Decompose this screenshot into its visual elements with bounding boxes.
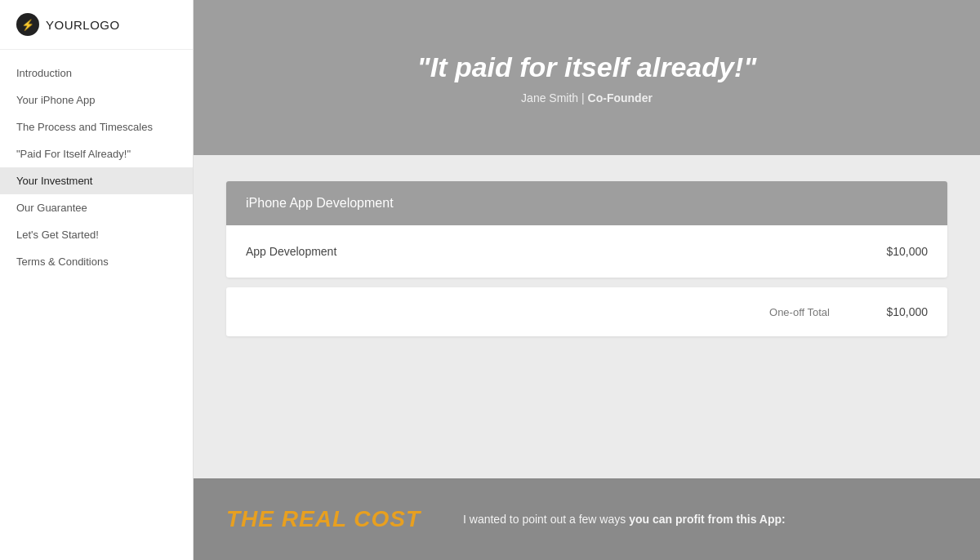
hero-section: "It paid for itself already!" Jane Smith… — [194, 0, 980, 155]
total-row: One-off Total $10,000 — [226, 287, 947, 336]
sidebar-item-terms-conditions[interactable]: Terms & Conditions — [0, 248, 193, 275]
logo-text: YOURLOGO — [46, 18, 120, 32]
bottom-left: THE REAL COST — [226, 506, 430, 532]
bottom-section: THE REAL COST I wanted to point out a fe… — [194, 478, 980, 560]
sidebar: ⚡ YOURLOGO Introduction Your iPhone App … — [0, 0, 194, 560]
sidebar-item-your-iphone-app[interactable]: Your iPhone App — [0, 87, 193, 113]
sidebar-nav: Introduction Your iPhone App The Process… — [0, 50, 193, 285]
logo-regular: LOGO — [82, 18, 119, 32]
pricing-line-item-row: App Development $10,000 — [226, 225, 947, 278]
logo-icon: ⚡ — [16, 13, 39, 36]
bottom-text: I wanted to point out a few ways you can… — [463, 511, 947, 528]
hero-role: Co-Founder — [588, 91, 653, 104]
total-card: One-off Total $10,000 — [226, 287, 947, 336]
main-content: "It paid for itself already!" Jane Smith… — [194, 0, 980, 560]
total-label: One-off Total — [769, 306, 830, 318]
sidebar-item-paid-for-itself[interactable]: "Paid For Itself Already!" — [0, 140, 193, 167]
pricing-card-title: iPhone App Development — [246, 196, 394, 210]
content-area: iPhone App Development App Development $… — [194, 155, 980, 478]
sidebar-item-lets-get-started[interactable]: Let's Get Started! — [0, 221, 193, 248]
logo-bold: YOUR — [46, 18, 82, 32]
pricing-item-value: $10,000 — [886, 245, 928, 258]
hero-separator: | — [581, 91, 588, 104]
bottom-right: I wanted to point out a few ways you can… — [463, 511, 947, 528]
pricing-card: iPhone App Development App Development $… — [226, 181, 947, 278]
pricing-card-header: iPhone App Development — [226, 181, 947, 225]
pricing-item-label: App Development — [246, 245, 336, 258]
hero-name: Jane Smith — [521, 91, 578, 104]
total-value: $10,000 — [862, 305, 928, 318]
sidebar-item-process-timescales[interactable]: The Process and Timescales — [0, 113, 193, 140]
sidebar-item-our-guarantee[interactable]: Our Guarantee — [0, 194, 193, 221]
hero-quote: "It paid for itself already!" — [417, 51, 757, 83]
sidebar-item-your-investment[interactable]: Your Investment — [0, 167, 193, 194]
real-cost-title: THE REAL COST — [226, 506, 430, 532]
hero-attribution: Jane Smith | Co-Founder — [521, 91, 653, 104]
logo-area: ⚡ YOURLOGO — [0, 0, 193, 50]
sidebar-item-introduction[interactable]: Introduction — [0, 60, 193, 87]
